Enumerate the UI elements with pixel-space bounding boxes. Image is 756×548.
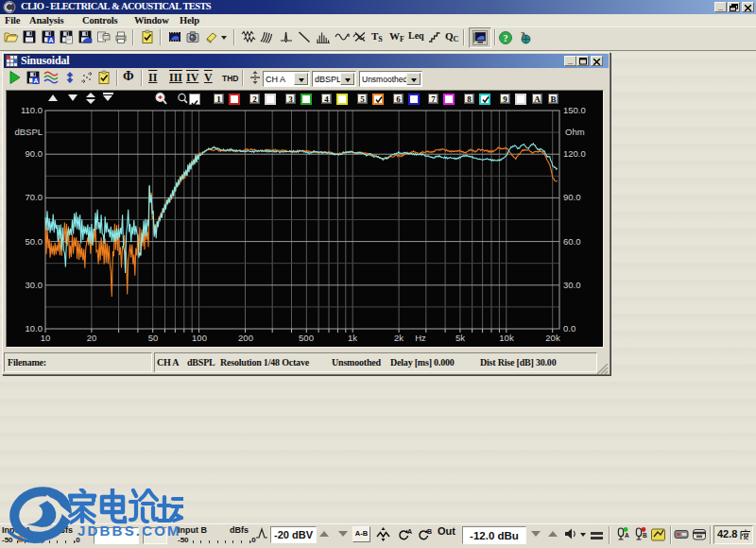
svg-text:B: B [427,528,432,535]
svg-text:B: B [643,532,647,539]
svg-text:1k: 1k [348,333,357,343]
svg-text:2k: 2k [394,333,404,343]
svg-text:Hz: Hz [415,333,426,343]
svg-text:30.0: 30.0 [26,280,43,290]
svg-text:20k: 20k [545,333,560,343]
svg-text:30.0: 30.0 [563,280,581,290]
svg-text:A: A [407,528,412,535]
svg-text:Ohm: Ohm [565,127,585,137]
svg-text:70.0: 70.0 [26,192,43,202]
svg-text:120.0: 120.0 [563,148,586,159]
svg-text:110.0: 110.0 [21,105,43,115]
svg-text:20: 20 [87,333,97,343]
svg-text:90.0: 90.0 [563,192,581,202]
svg-text:100: 100 [192,333,207,343]
svg-text:60.0: 60.0 [563,236,581,247]
svg-text:500: 500 [299,333,314,343]
svg-text:10k: 10k [499,333,514,343]
svg-text:?: ? [504,33,508,43]
svg-text:200: 200 [238,333,253,343]
svg-text:10: 10 [41,333,51,343]
svg-text:A: A [625,532,629,539]
svg-text:90.0: 90.0 [26,148,43,159]
svg-text:5k: 5k [455,333,465,343]
svg-text:A: A [33,77,38,84]
svg-text:150.0: 150.0 [563,105,586,115]
svg-text:A: A [48,37,53,43]
svg-text:50: 50 [148,333,159,343]
svg-text:0.0: 0.0 [563,323,576,334]
svg-text:dBSPL: dBSPL [14,127,43,137]
svg-text:50.0: 50.0 [26,236,43,247]
